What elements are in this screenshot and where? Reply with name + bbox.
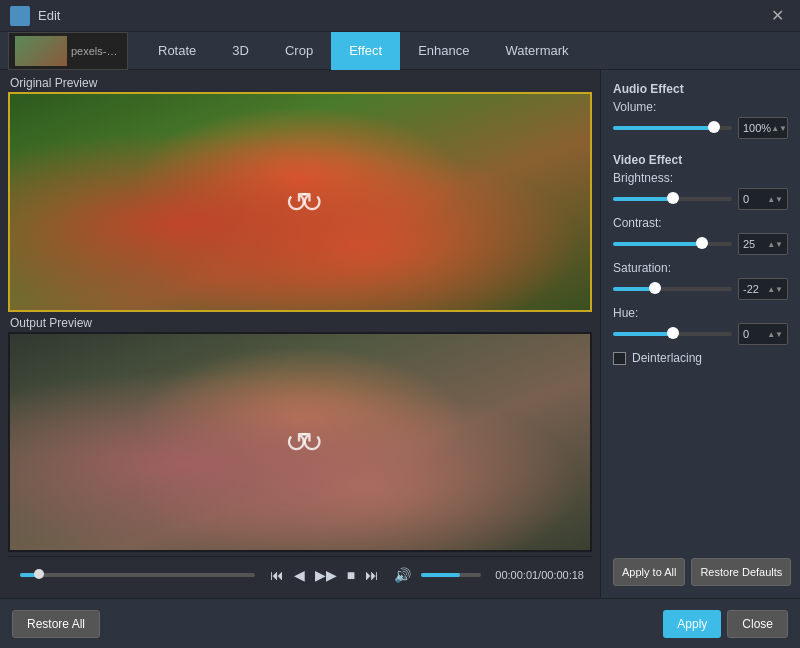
deinterlacing-label: Deinterlacing [632, 351, 702, 365]
contrast-row: Contrast: 25 ▲▼ [613, 216, 788, 255]
play-back-button[interactable]: ◀ [291, 567, 308, 583]
title-bar: Edit ✕ [0, 0, 800, 32]
tab-effect[interactable]: Effect [331, 32, 400, 70]
saturation-row: Saturation: -22 ▲▼ [613, 261, 788, 300]
restore-defaults-button[interactable]: Restore Defaults [691, 558, 791, 586]
close-button[interactable]: ✕ [765, 6, 790, 26]
saturation-label: Saturation: [613, 261, 788, 275]
preview-area: Original Preview ↺ ↻ Output Preview ↺ ↻ … [0, 70, 600, 598]
hue-slider-row: 0 ▲▼ [613, 323, 788, 345]
tab-crop[interactable]: Crop [267, 32, 331, 70]
contrast-label: Contrast: [613, 216, 788, 230]
brightness-thumb[interactable] [667, 192, 679, 204]
original-play-icon: ↺ ↻ [285, 186, 315, 219]
hue-spin-arrows[interactable]: ▲▼ [767, 330, 783, 339]
title-text: Edit [38, 8, 60, 23]
contrast-thumb[interactable] [696, 237, 708, 249]
saturation-track[interactable] [613, 287, 732, 291]
bottom-actions: Restore All Apply Close [0, 598, 800, 648]
contrast-slider-row: 25 ▲▼ [613, 233, 788, 255]
volume-value-input[interactable]: 100% ▲▼ [738, 117, 788, 139]
volume-track[interactable] [613, 126, 732, 130]
hue-fill [613, 332, 673, 336]
saturation-slider-row: -22 ▲▼ [613, 278, 788, 300]
audio-effect-section: Audio Effect Volume: 100% ▲▼ [613, 82, 788, 145]
output-preview-video: ↺ ↻ [8, 332, 592, 552]
brightness-slider-row: 0 ▲▼ [613, 188, 788, 210]
volume-fill [421, 573, 460, 577]
brightness-spin-arrows[interactable]: ▲▼ [767, 195, 783, 204]
tab-rotate[interactable]: Rotate [140, 32, 214, 70]
original-preview-section: Original Preview ↺ ↻ [8, 76, 592, 312]
time-display: 00:00:01/00:00:18 [495, 569, 584, 581]
contrast-spin-arrows[interactable]: ▲▼ [767, 240, 783, 249]
transport-controls: ⏮ ◀ ▶▶ ■ ⏭ 🔊 00:00:01/00:00:18 [8, 556, 592, 592]
tab-enhance[interactable]: Enhance [400, 32, 487, 70]
original-preview-video: ↺ ↻ [8, 92, 592, 312]
output-preview-section: Output Preview ↺ ↻ [8, 316, 592, 552]
brightness-value-input[interactable]: 0 ▲▼ [738, 188, 788, 210]
progress-thumb[interactable] [34, 569, 44, 579]
saturation-thumb[interactable] [649, 282, 661, 294]
contrast-track[interactable] [613, 242, 732, 246]
contrast-value-input[interactable]: 25 ▲▼ [738, 233, 788, 255]
volume-slider[interactable] [421, 573, 481, 577]
hue-label: Hue: [613, 306, 788, 320]
video-effect-title: Video Effect [613, 153, 788, 167]
brightness-fill [613, 197, 673, 201]
brightness-label: Brightness: [613, 171, 788, 185]
tab-watermark[interactable]: Watermark [487, 32, 586, 70]
hue-value-input[interactable]: 0 ▲▼ [738, 323, 788, 345]
contrast-fill [613, 242, 702, 246]
volume-row: Volume: 100% ▲▼ [613, 100, 788, 139]
volume-slider-thumb[interactable] [708, 121, 720, 133]
title-bar-left: Edit [10, 6, 60, 26]
saturation-value-input[interactable]: -22 ▲▼ [738, 278, 788, 300]
volume-spin-arrows[interactable]: ▲▼ [771, 124, 787, 133]
video-effect-section: Video Effect Brightness: 0 ▲▼ Contr [613, 153, 788, 365]
hue-track[interactable] [613, 332, 732, 336]
hue-thumb[interactable] [667, 327, 679, 339]
volume-slider-fill [613, 126, 714, 130]
brightness-track[interactable] [613, 197, 732, 201]
sub-action-buttons: Apply to All Restore Defaults [613, 550, 788, 586]
original-preview-label: Original Preview [8, 76, 592, 90]
saturation-spin-arrows[interactable]: ▲▼ [767, 285, 783, 294]
deinterlacing-row[interactable]: Deinterlacing [613, 351, 788, 365]
stop-button[interactable]: ■ [344, 567, 358, 583]
volume-label: Volume: [613, 100, 788, 114]
hue-row: Hue: 0 ▲▼ [613, 306, 788, 345]
audio-effect-title: Audio Effect [613, 82, 788, 96]
title-icon [10, 6, 30, 26]
volume-icon: 🔊 [394, 567, 411, 583]
volume-slider-row: 100% ▲▼ [613, 117, 788, 139]
restore-all-button[interactable]: Restore All [12, 610, 100, 638]
right-panel: Audio Effect Volume: 100% ▲▼ Video Effec… [600, 70, 800, 598]
output-play-icon: ↺ ↻ [285, 426, 315, 459]
brightness-row: Brightness: 0 ▲▼ [613, 171, 788, 210]
skip-back-button[interactable]: ⏮ [267, 567, 287, 583]
main-content: Original Preview ↺ ↻ Output Preview ↺ ↻ … [0, 70, 800, 598]
close-dialog-button[interactable]: Close [727, 610, 788, 638]
apply-to-all-button[interactable]: Apply to All [613, 558, 685, 586]
deinterlacing-checkbox[interactable] [613, 352, 626, 365]
output-preview-label: Output Preview [8, 316, 592, 330]
file-thumbnail-image [15, 36, 67, 66]
file-thumbnail[interactable]: pexels-mang-... [8, 32, 128, 70]
tab-3d[interactable]: 3D [214, 32, 267, 70]
skip-forward-button[interactable]: ⏭ [362, 567, 382, 583]
bottom-left-group: Restore All [12, 610, 100, 638]
progress-bar[interactable] [20, 573, 255, 577]
play-button[interactable]: ▶▶ [312, 567, 340, 583]
apply-button[interactable]: Apply [663, 610, 721, 638]
bottom-right-group: Apply Close [663, 610, 788, 638]
file-thumbnail-name: pexels-mang-... [71, 45, 121, 57]
